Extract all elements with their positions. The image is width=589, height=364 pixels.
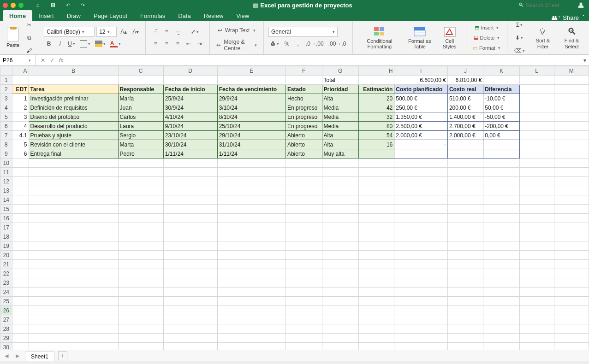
row-header[interactable]: 26 xyxy=(0,306,12,315)
cell[interactable] xyxy=(322,214,358,223)
tab-insert[interactable]: Insert xyxy=(32,10,60,21)
cell[interactable] xyxy=(12,278,29,288)
cell[interactable] xyxy=(163,288,217,297)
cell[interactable] xyxy=(483,269,519,278)
cell[interactable] xyxy=(483,260,519,269)
cell[interactable]: Pruebas y ajuste xyxy=(29,131,118,140)
cell[interactable]: 510,00 € xyxy=(447,94,483,103)
expand-formula-bar-icon[interactable]: ▾ xyxy=(580,57,589,64)
row-header[interactable]: 13 xyxy=(0,186,12,195)
cell[interactable] xyxy=(29,260,118,269)
cell[interactable]: Prioridad xyxy=(322,85,358,94)
cell[interactable] xyxy=(358,232,394,241)
cell[interactable] xyxy=(394,186,448,195)
row-header[interactable]: 30 xyxy=(0,343,12,351)
cell[interactable]: Abierto xyxy=(286,140,322,149)
cell[interactable] xyxy=(163,214,217,223)
cell[interactable] xyxy=(394,324,448,334)
font-name-dropdown[interactable]: Calibri (Body)▾ xyxy=(44,27,95,37)
cell[interactable] xyxy=(519,315,554,324)
cell[interactable] xyxy=(12,177,29,186)
cell[interactable]: 3 xyxy=(12,112,29,122)
comma-icon[interactable]: , xyxy=(293,39,303,49)
cell[interactable] xyxy=(519,278,554,288)
column-header[interactable]: L xyxy=(519,66,554,76)
cell[interactable] xyxy=(118,205,163,214)
cell[interactable] xyxy=(29,232,118,241)
cell[interactable]: - xyxy=(394,140,448,149)
cell[interactable] xyxy=(322,288,358,297)
close-window-button[interactable] xyxy=(3,3,8,8)
cell[interactable]: 42 xyxy=(358,103,394,112)
cell[interactable]: 4 xyxy=(12,122,29,131)
cell[interactable] xyxy=(29,177,118,186)
cell[interactable] xyxy=(447,334,483,343)
cell[interactable]: 32 xyxy=(358,112,394,122)
cell[interactable] xyxy=(322,260,358,269)
cell[interactable] xyxy=(163,324,217,334)
cell[interactable] xyxy=(286,177,322,186)
tab-view[interactable]: View xyxy=(230,10,256,21)
cell[interactable]: 2.500,00 € xyxy=(394,122,448,131)
cell[interactable] xyxy=(519,251,554,260)
cell[interactable] xyxy=(483,334,519,343)
cell[interactable] xyxy=(217,269,286,278)
cell[interactable] xyxy=(163,205,217,214)
undo-icon[interactable]: ↶ xyxy=(64,1,72,9)
cell[interactable] xyxy=(217,343,286,351)
cell[interactable]: 4.1 xyxy=(12,131,29,140)
cell[interactable] xyxy=(483,297,519,306)
cell[interactable] xyxy=(358,260,394,269)
cell[interactable] xyxy=(394,168,448,177)
align-bottom-icon[interactable]: ≡̱ xyxy=(173,27,183,37)
cell[interactable] xyxy=(163,241,217,251)
cell[interactable] xyxy=(118,324,163,334)
insert-cells-button[interactable]: ⬒Insert▾ xyxy=(471,23,502,32)
cell[interactable] xyxy=(358,269,394,278)
cell[interactable] xyxy=(12,168,29,177)
cell[interactable] xyxy=(483,186,519,195)
cell[interactable] xyxy=(519,76,554,85)
cell[interactable] xyxy=(163,269,217,278)
cell[interactable] xyxy=(519,177,554,186)
cell[interactable]: Abierto xyxy=(286,131,322,140)
cell[interactable] xyxy=(519,140,554,149)
cell[interactable] xyxy=(483,195,519,205)
cell[interactable] xyxy=(447,269,483,278)
sheet-tab[interactable]: Sheet1 xyxy=(25,352,54,361)
cell[interactable] xyxy=(483,159,519,168)
column-header[interactable]: H xyxy=(358,66,394,76)
cell[interactable]: En progreso xyxy=(286,122,322,131)
cell[interactable] xyxy=(447,214,483,223)
autosum-icon[interactable]: Σ▾ xyxy=(512,20,527,30)
cell[interactable] xyxy=(322,315,358,324)
cell[interactable] xyxy=(163,76,217,85)
cell[interactable]: Definición de requisitos xyxy=(29,103,118,112)
cell[interactable]: En progreso xyxy=(286,103,322,112)
cell[interactable] xyxy=(519,232,554,241)
cell[interactable]: Media xyxy=(322,112,358,122)
cell[interactable] xyxy=(447,251,483,260)
cell[interactable] xyxy=(447,149,483,159)
cell[interactable] xyxy=(217,278,286,288)
cell[interactable] xyxy=(217,251,286,260)
cell[interactable] xyxy=(322,334,358,343)
cell[interactable] xyxy=(358,297,394,306)
cell[interactable] xyxy=(118,76,163,85)
font-color-button[interactable]: A▾ xyxy=(108,39,123,49)
cell[interactable] xyxy=(358,278,394,288)
cell[interactable] xyxy=(554,269,589,278)
cell[interactable] xyxy=(394,297,448,306)
cell[interactable] xyxy=(358,159,394,168)
cell[interactable] xyxy=(12,324,29,334)
cell[interactable]: 16 xyxy=(358,140,394,149)
row-header[interactable]: 16 xyxy=(0,214,12,223)
cell[interactable]: En progreso xyxy=(286,112,322,122)
borders-button[interactable]: ▾ xyxy=(78,39,92,49)
cell[interactable]: 5 xyxy=(12,140,29,149)
currency-icon[interactable]: 💰︎▾ xyxy=(268,39,281,49)
cell[interactable] xyxy=(394,260,448,269)
row-header[interactable]: 12 xyxy=(0,177,12,186)
cell[interactable] xyxy=(163,260,217,269)
cell[interactable] xyxy=(394,223,448,232)
